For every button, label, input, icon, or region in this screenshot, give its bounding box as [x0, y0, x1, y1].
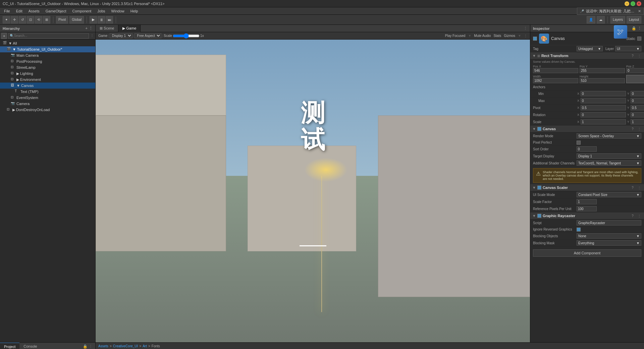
canvas-enabled-checkbox[interactable] [537, 127, 541, 131]
global-button[interactable]: Global [69, 16, 84, 23]
hierarchy-search-input[interactable] [14, 34, 87, 38]
layers-button[interactable]: Layers [610, 16, 625, 23]
tag-dropdown[interactable]: Untagged▼ [577, 46, 603, 51]
tree-row[interactable]: ⊡EventSystem [0, 95, 95, 101]
canvas-scaler-help[interactable]: ? [630, 185, 635, 190]
step-button[interactable]: ⏭ [106, 16, 113, 23]
pivot-button[interactable]: Pivot [56, 16, 68, 23]
graphic-raycaster-header[interactable]: ▼ Graphic Raycaster ? ⋮ [530, 212, 644, 219]
transform-btn-rotate[interactable]: ↺ [19, 16, 26, 23]
blocking-mask-dropdown[interactable]: Everything▼ [577, 240, 641, 246]
tree-row[interactable]: ⊡PostProcessing [0, 58, 95, 64]
canvas-component-header[interactable]: ▼ Canvas ? ⋮ [530, 126, 644, 133]
target-display-dropdown[interactable]: Display 1▼ [577, 153, 641, 159]
inspector-menu-icon[interactable]: ⋮ [638, 26, 641, 31]
width-input[interactable] [533, 78, 578, 83]
pos-z-input[interactable] [626, 68, 644, 73]
graphic-raycaster-checkbox[interactable] [537, 214, 541, 218]
scale-y[interactable] [631, 119, 644, 124]
tree-row[interactable]: 🎬▼ All [0, 40, 95, 46]
transform-btn-combined[interactable]: ⊞ [43, 16, 50, 23]
tree-row[interactable]: ⊡StreetLamp [0, 64, 95, 70]
add-component-button[interactable]: Add Component [533, 249, 641, 257]
canvas-scaler-menu[interactable]: ⋮ [637, 185, 642, 190]
project-tab[interactable]: Project [0, 343, 19, 349]
menu-item-jobs[interactable]: Jobs [95, 8, 108, 14]
menu-item-help[interactable]: Help [128, 8, 141, 14]
project-panel-lock[interactable]: 🔒 [83, 344, 88, 349]
layer-dropdown[interactable]: UI▼ [615, 46, 641, 51]
pixel-perfect-checkbox[interactable] [577, 141, 581, 145]
inspector-lock-icon[interactable]: 🔒 [632, 26, 636, 31]
anchor-max-y[interactable] [631, 98, 644, 103]
tree-row[interactable]: ⊡▶ Environment [0, 77, 95, 83]
breadcrumb-assets[interactable]: Assets [98, 344, 108, 348]
cloud-button[interactable]: ☁ [597, 16, 605, 23]
play-focused-btn[interactable]: Play Focused [445, 34, 466, 38]
menu-item-component[interactable]: Component [69, 8, 94, 14]
tree-row[interactable]: ⊡▶ Lighting [0, 70, 95, 77]
ref-pixels-input[interactable] [577, 206, 597, 211]
close-button[interactable]: ✕ [637, 1, 641, 6]
console-tab[interactable]: Console [19, 343, 41, 349]
account-button[interactable]: 👤 [587, 16, 595, 23]
ignore-reversed-checkbox[interactable] [577, 228, 581, 232]
tree-row[interactable]: TText (TMP) [0, 89, 95, 95]
scene-tab-scene[interactable]: ⊞ Scene [96, 25, 118, 32]
scale-factor-input[interactable] [577, 199, 597, 204]
transform-btn-move[interactable]: ✛ [11, 16, 18, 23]
rect-transform-header[interactable]: ▼ ⊞ Rect Transform ? ⋮ [530, 52, 644, 59]
minimize-button[interactable]: ─ [625, 1, 629, 6]
transform-btn-rect[interactable]: ⟲ [35, 16, 42, 23]
canvas-menu[interactable]: ⋮ [637, 126, 642, 132]
constraint-input[interactable] [626, 75, 644, 83]
play-button[interactable]: ▶ [90, 16, 97, 23]
scene-area-menu[interactable]: ⋮ [524, 26, 527, 31]
menu-item-assets[interactable]: Assets [26, 8, 42, 14]
static-checkbox[interactable] [637, 37, 641, 41]
tree-row[interactable]: 🖼▼ Canvas [0, 83, 95, 89]
canvas-help[interactable]: ? [630, 126, 635, 132]
scene-area-menu-2[interactable]: ⋮ [524, 34, 527, 38]
object-active-checkbox[interactable] [533, 37, 537, 41]
scale-slider[interactable] [173, 33, 200, 39]
menu-item-edit[interactable]: Edit [13, 8, 25, 14]
menu-item-window[interactable]: Window [109, 8, 127, 14]
transform-btn-scale[interactable]: ⊡ [27, 16, 34, 23]
maximize-button[interactable]: □ [631, 1, 635, 6]
rect-transform-help[interactable]: ? [630, 53, 635, 58]
hierarchy-add-icon[interactable]: + [86, 26, 88, 31]
anchor-min-y[interactable] [631, 91, 644, 96]
shader-channels-dropdown[interactable]: TexCoord1, Normal, Tangent▼ [577, 160, 641, 166]
canvas-scaler-checkbox[interactable] [537, 186, 541, 190]
menu-item-gameobject[interactable]: GameObject [43, 8, 69, 14]
pause-button[interactable]: ⏸ [98, 16, 105, 23]
anchor-max-x[interactable] [581, 98, 626, 103]
transform-btn-hand[interactable]: ✦ [3, 16, 10, 23]
tree-row[interactable]: 📷Main Camera [0, 52, 95, 58]
pivot-y[interactable] [631, 105, 644, 110]
rect-transform-menu[interactable]: ⋮ [637, 53, 642, 58]
display-select[interactable]: Display 1 [110, 33, 132, 38]
gizmos-btn[interactable]: Gizmos [504, 34, 515, 38]
canvas-scaler-header[interactable]: ▼ Canvas Scaler ? ⋮ [530, 184, 644, 191]
project-panel-menu[interactable]: ⋮ [89, 344, 93, 349]
graphic-raycaster-menu[interactable]: ⋮ [637, 213, 642, 218]
stats-btn[interactable]: Stats [493, 34, 501, 38]
rot-x[interactable] [581, 112, 626, 117]
hierarchy-options-icon[interactable]: ⋮ [90, 34, 94, 38]
aspect-select[interactable]: Free Aspect [135, 33, 161, 38]
breadcrumb-art[interactable]: Art [143, 344, 147, 348]
pos-y-input[interactable] [580, 68, 625, 73]
graphic-raycaster-help[interactable]: ? [630, 213, 635, 218]
pivot-x[interactable] [581, 105, 626, 110]
tree-row[interactable]: ⊡▶ DontDestroyOnLoad [0, 107, 95, 113]
height-input[interactable] [580, 78, 625, 83]
sort-order-input[interactable] [577, 146, 597, 152]
rot-y[interactable] [631, 112, 644, 117]
hierarchy-menu-icon[interactable]: ⋮ [89, 26, 93, 31]
notification-close[interactable]: ✕ [638, 9, 641, 13]
anchor-min-x[interactable] [581, 91, 626, 96]
breadcrumb-creativecoreui[interactable]: CreativeCore_UI [113, 344, 138, 348]
scene-tab-game[interactable]: ▶ Game [118, 25, 141, 32]
